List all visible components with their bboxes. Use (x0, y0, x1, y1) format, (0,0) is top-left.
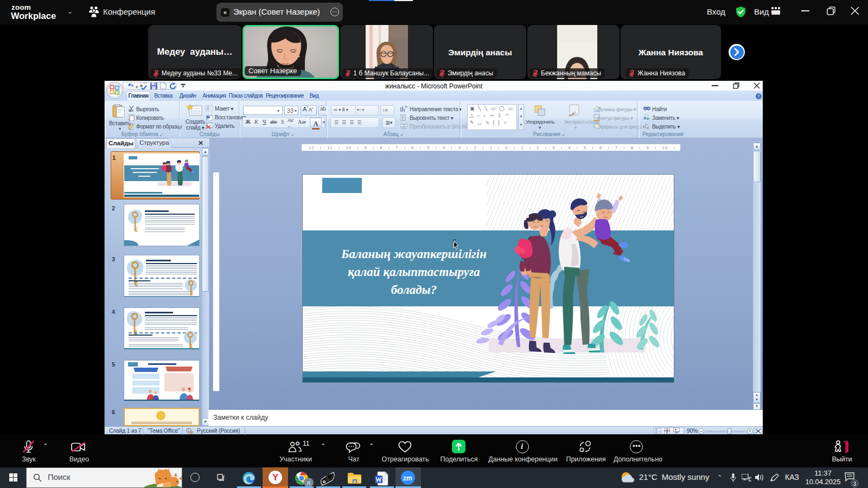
svg-text:b: b (647, 116, 649, 120)
